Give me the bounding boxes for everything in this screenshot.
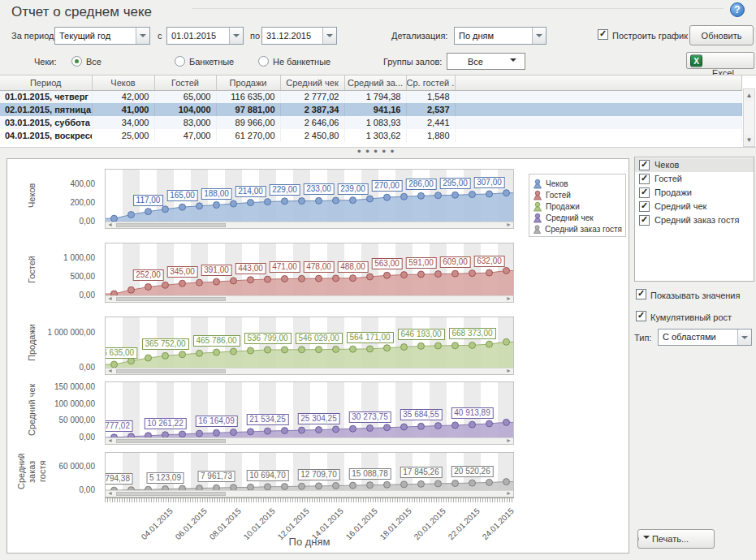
data-point-marker[interactable]: [367, 196, 374, 202]
data-point-marker[interactable]: [299, 483, 305, 489]
series-checkbox[interactable]: ✓: [639, 174, 650, 184]
data-point-marker[interactable]: [316, 427, 322, 433]
data-point-marker[interactable]: [231, 429, 237, 436]
data-point-marker[interactable]: [299, 427, 305, 433]
data-point-marker[interactable]: [401, 193, 408, 200]
detail-select[interactable]: По дням: [454, 27, 546, 45]
data-point-marker[interactable]: [282, 275, 288, 282]
data-point-marker[interactable]: [179, 431, 186, 437]
checks-radio-1[interactable]: [175, 56, 185, 67]
data-point-marker[interactable]: [452, 480, 459, 487]
data-point-marker[interactable]: [231, 200, 237, 207]
data-point-marker[interactable]: [418, 480, 425, 487]
data-point-marker[interactable]: [503, 267, 510, 274]
table-row[interactable]: 01.01.2015, четверг42,00065,000116 635,0…: [0, 90, 742, 103]
data-point-marker[interactable]: [418, 192, 425, 199]
data-point-marker[interactable]: [469, 421, 476, 428]
series-checkbox[interactable]: ✓: [639, 187, 650, 198]
data-point-marker[interactable]: [299, 347, 305, 353]
column-header[interactable]: Чеков: [92, 75, 154, 90]
build-chart-checkbox[interactable]: ✓: [598, 29, 608, 40]
data-point-marker[interactable]: [384, 194, 391, 200]
scrollbar-thumb[interactable]: [116, 223, 226, 227]
data-point-marker[interactable]: [350, 346, 356, 352]
data-point-marker[interactable]: [265, 428, 271, 434]
data-point-marker[interactable]: [401, 424, 408, 430]
data-point-marker[interactable]: [128, 358, 135, 364]
data-point-marker[interactable]: [333, 426, 339, 433]
data-point-marker[interactable]: [333, 346, 339, 352]
chevron-down-icon[interactable]: [322, 28, 336, 44]
refresh-button[interactable]: Обновить: [689, 25, 754, 45]
data-point-marker[interactable]: [486, 191, 493, 197]
chart-horizontal-scrollbar[interactable]: ◄►: [106, 437, 513, 444]
chevron-down-icon[interactable]: [532, 28, 546, 44]
scroll-left-icon[interactable]: ◄: [107, 368, 113, 374]
data-point-marker[interactable]: [333, 275, 339, 282]
series-list-item[interactable]: ✓Средний заказ гостя: [635, 213, 754, 227]
data-point-marker[interactable]: [162, 352, 169, 359]
data-point-marker[interactable]: [333, 197, 339, 204]
data-point-marker[interactable]: [418, 271, 425, 278]
series-list-item[interactable]: ✓Продажи: [635, 186, 754, 200]
column-header[interactable]: Продажи: [216, 75, 280, 90]
column-header[interactable]: Средний чек: [280, 75, 344, 90]
scroll-right-icon[interactable]: ►: [506, 222, 512, 228]
data-point-marker[interactable]: [435, 192, 442, 199]
data-point-marker[interactable]: [503, 419, 510, 425]
cumulative-checkbox[interactable]: ✓: [636, 311, 646, 321]
data-point-marker[interactable]: [435, 271, 442, 278]
data-point-marker[interactable]: [452, 422, 459, 429]
data-point-marker[interactable]: [179, 204, 186, 210]
scrollbar-thumb[interactable]: [116, 297, 226, 301]
chevron-down-icon[interactable]: [136, 28, 149, 44]
data-point-marker[interactable]: [214, 349, 220, 355]
data-point-marker[interactable]: [282, 484, 288, 490]
scroll-right-icon[interactable]: ►: [506, 368, 512, 374]
data-point-marker[interactable]: [128, 286, 135, 293]
data-point-marker[interactable]: [299, 198, 305, 205]
chevron-down-icon[interactable]: [229, 28, 243, 44]
scroll-up-icon[interactable]: ▲: [745, 90, 754, 101]
data-point-marker[interactable]: [316, 197, 322, 204]
data-point-marker[interactable]: [333, 482, 339, 489]
data-point-marker[interactable]: [214, 202, 220, 209]
scrollbar-thumb[interactable]: [116, 439, 226, 443]
data-point-marker[interactable]: [384, 424, 391, 431]
data-point-marker[interactable]: [384, 345, 391, 351]
column-header[interactable]: Средний за...: [344, 75, 406, 90]
chart-horizontal-scrollbar[interactable]: ◄►: [106, 295, 513, 302]
show-values-checkbox[interactable]: ✓: [636, 289, 646, 299]
data-point-marker[interactable]: [452, 270, 459, 277]
data-point-marker[interactable]: [350, 197, 356, 204]
data-point-marker[interactable]: [179, 280, 186, 286]
scroll-right-icon[interactable]: ►: [506, 295, 512, 302]
series-checkbox[interactable]: ✓: [639, 201, 650, 212]
data-point-marker[interactable]: [350, 482, 356, 489]
data-point-marker[interactable]: [350, 275, 356, 282]
table-row[interactable]: 03.01.2015, суббота34,00083,00089 966,00…: [0, 116, 742, 129]
data-point-marker[interactable]: [248, 347, 254, 354]
data-point-marker[interactable]: [316, 275, 322, 282]
excel-button[interactable]: X Excel...: [686, 52, 754, 69]
data-point-marker[interactable]: [162, 206, 169, 213]
data-point-marker[interactable]: [401, 344, 408, 351]
series-checkbox[interactable]: ✓: [639, 215, 650, 226]
column-header[interactable]: Период: [0, 75, 92, 90]
checks-radio-2[interactable]: [258, 56, 269, 67]
series-list-item[interactable]: ✓Чеков: [635, 158, 754, 172]
data-point-marker[interactable]: [367, 346, 374, 352]
series-list-item[interactable]: ✓Гостей: [635, 172, 754, 186]
data-point-marker[interactable]: [197, 350, 203, 356]
chart-horizontal-scrollbar[interactable]: ◄►: [106, 490, 513, 497]
series-list-item[interactable]: ✓Средний чек: [635, 200, 754, 213]
data-point-marker[interactable]: [231, 348, 237, 355]
chart-type-select[interactable]: С областями: [658, 329, 752, 346]
data-point-marker[interactable]: [486, 269, 493, 276]
print-dropdown-button[interactable]: [638, 537, 654, 541]
data-point-marker[interactable]: [162, 282, 169, 288]
scroll-right-icon[interactable]: ►: [506, 437, 512, 444]
scroll-left-icon[interactable]: ◄: [107, 295, 113, 302]
data-point-marker[interactable]: [384, 481, 391, 488]
data-point-marker[interactable]: [418, 342, 425, 349]
